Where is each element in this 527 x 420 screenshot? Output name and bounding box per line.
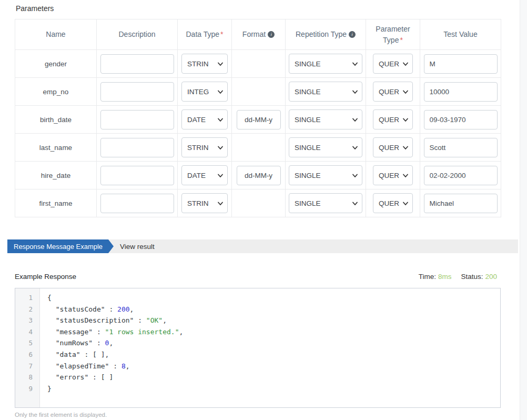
time-metric: Time:8ms xyxy=(419,273,452,281)
data-type-select[interactable]: STRIN xyxy=(181,193,228,213)
param-name-cell: birth_date xyxy=(15,106,97,134)
table-header-row: Name Description Data Type* Formati Repe… xyxy=(15,19,501,50)
format-input[interactable] xyxy=(237,166,281,185)
line-number-gutter: 123456789 xyxy=(15,288,40,407)
data-type-select[interactable]: DATE xyxy=(181,109,228,129)
format-input[interactable] xyxy=(237,110,281,129)
description-cell xyxy=(97,189,178,217)
test-value-input[interactable] xyxy=(424,82,498,102)
required-asterisk: * xyxy=(400,36,402,44)
parameter-type-select[interactable]: QUER xyxy=(373,109,413,129)
info-icon[interactable]: i xyxy=(268,31,275,38)
parameter-type-cell: QUER xyxy=(366,189,420,217)
param-name: birth_date xyxy=(40,116,72,124)
result-bar: Response Message Example View result xyxy=(7,239,518,253)
table-row: first_name STRIN SINGLE QUER xyxy=(15,189,501,217)
status-value: 200 xyxy=(485,273,497,281)
response-code-block: 123456789 { "statusCode" : 200, "statusD… xyxy=(15,288,501,408)
test-value-input[interactable] xyxy=(424,54,498,74)
repetition-type-select[interactable]: SINGLE xyxy=(289,54,362,74)
param-name-cell: hire_date xyxy=(15,162,97,189)
param-name: hire_date xyxy=(41,172,70,179)
column-header-repetition-type: Repetition Typei xyxy=(286,19,366,50)
parameter-type-select[interactable]: QUER xyxy=(373,165,413,185)
parameter-type-cell: QUER xyxy=(366,106,420,134)
format-cell xyxy=(232,106,286,134)
format-cell xyxy=(232,50,286,78)
description-cell xyxy=(97,162,178,189)
test-value-input[interactable] xyxy=(424,194,498,213)
description-cell xyxy=(97,134,178,162)
required-asterisk: * xyxy=(220,30,223,38)
data-type-cell: INTEG xyxy=(178,78,232,106)
test-value-cell xyxy=(420,50,501,78)
param-name: gender xyxy=(45,60,67,68)
code-content: { "statusCode" : 200, "statusDescription… xyxy=(40,288,183,407)
test-value-input[interactable] xyxy=(424,110,498,129)
description-input[interactable] xyxy=(100,166,174,185)
format-cell xyxy=(232,134,286,162)
parameter-type-select[interactable]: QUER xyxy=(373,82,413,102)
test-value-cell xyxy=(420,78,501,106)
parameter-type-cell: QUER xyxy=(366,50,420,78)
param-name: last_name xyxy=(39,144,72,152)
parameters-table: Name Description Data Type* Formati Repe… xyxy=(15,19,501,217)
table-row: last_name STRIN SINGLE QUER xyxy=(15,134,501,162)
view-result-label: View result xyxy=(120,243,155,251)
table-row: emp_no INTEG SINGLE QUER xyxy=(15,78,501,106)
data-type-select[interactable]: DATE xyxy=(181,165,228,185)
vertical-scrollbar[interactable] xyxy=(520,0,527,420)
table-row: gender STRIN SINGLE QUER xyxy=(15,50,501,78)
data-type-select[interactable]: STRIN xyxy=(181,137,228,157)
repetition-type-select[interactable]: SINGLE xyxy=(289,82,362,102)
footnote: Only the first element is displayed. xyxy=(15,412,527,418)
status-metric: Status:200 xyxy=(461,273,497,281)
param-name-cell: last_name xyxy=(15,134,97,162)
repetition-type-select[interactable]: SINGLE xyxy=(289,109,362,129)
repetition-type-select[interactable]: SINGLE xyxy=(289,193,362,213)
column-header-data-type: Data Type* xyxy=(178,19,232,50)
column-header-test-value: Test Value xyxy=(420,19,501,50)
format-cell xyxy=(232,162,286,189)
data-type-cell: DATE xyxy=(178,106,232,134)
page-title: Parameters xyxy=(16,4,527,13)
column-header-parameter-type: Parameter Type* xyxy=(366,19,420,50)
test-value-input[interactable] xyxy=(424,166,498,185)
repetition-type-select[interactable]: SINGLE xyxy=(289,137,362,157)
data-type-select[interactable]: STRIN xyxy=(181,54,228,74)
table-row: birth_date DATE SINGLE QUER xyxy=(15,106,501,134)
test-value-input[interactable] xyxy=(424,138,498,157)
parameter-type-select[interactable]: QUER xyxy=(373,137,413,157)
tab-response-message-example[interactable]: Response Message Example xyxy=(7,239,114,253)
format-cell xyxy=(232,189,286,217)
parameter-type-cell: QUER xyxy=(366,134,420,162)
data-type-cell: STRIN xyxy=(178,50,232,78)
params-tbody: gender STRIN SINGLE QUER emp_no INTEG SI… xyxy=(15,50,501,217)
data-type-cell: STRIN xyxy=(178,189,232,217)
parameter-type-select[interactable]: QUER xyxy=(373,193,413,213)
description-input[interactable] xyxy=(100,110,174,129)
data-type-cell: DATE xyxy=(178,162,232,189)
format-cell xyxy=(232,78,286,106)
parameter-type-select[interactable]: QUER xyxy=(373,54,413,74)
repetition-type-cell: SINGLE xyxy=(286,189,366,217)
repetition-type-cell: SINGLE xyxy=(286,78,366,106)
description-input[interactable] xyxy=(100,194,174,213)
repetition-type-cell: SINGLE xyxy=(286,106,366,134)
description-cell xyxy=(97,78,178,106)
description-input[interactable] xyxy=(100,138,174,157)
data-type-select[interactable]: INTEG xyxy=(181,82,228,102)
column-header-format: Formati xyxy=(232,19,286,50)
description-input[interactable] xyxy=(100,82,174,102)
description-cell xyxy=(97,106,178,134)
repetition-type-select[interactable]: SINGLE xyxy=(289,165,362,185)
param-name: emp_no xyxy=(43,88,69,96)
column-header-description: Description xyxy=(97,19,178,50)
repetition-type-cell: SINGLE xyxy=(286,162,366,189)
time-value: 8ms xyxy=(438,273,452,281)
param-name: first_name xyxy=(39,199,72,207)
info-icon[interactable]: i xyxy=(349,31,356,38)
test-value-cell xyxy=(420,189,501,217)
data-type-cell: STRIN xyxy=(178,134,232,162)
description-input[interactable] xyxy=(100,54,174,74)
